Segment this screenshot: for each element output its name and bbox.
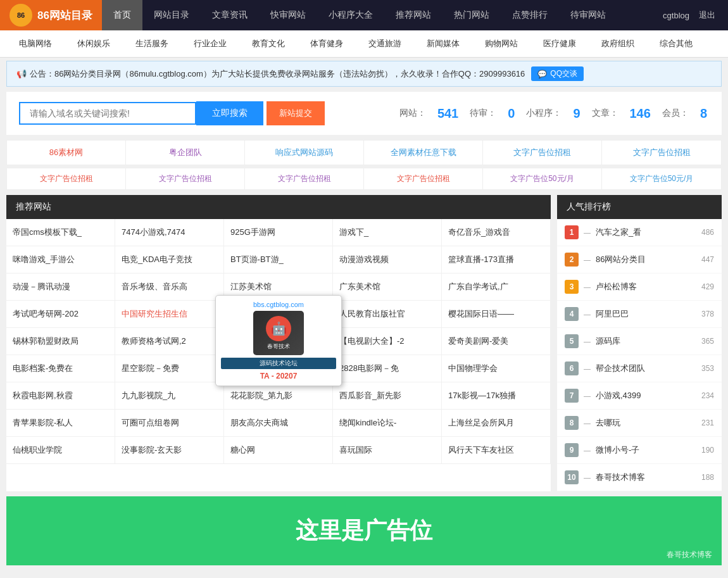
rank-item-2[interactable]: 2 — 86网站分类目 447 bbox=[557, 246, 722, 273]
site-item[interactable]: 925G手游网 bbox=[224, 219, 333, 246]
cat-education[interactable]: 教育文化 bbox=[239, 30, 298, 57]
site-item[interactable]: 教师资格考试网,2 bbox=[115, 328, 224, 355]
category-bar: 电脑网络 休闲娱乐 生活服务 行业企业 教育文化 体育健身 交通旅游 新闻媒体 … bbox=[0, 30, 728, 58]
overlay-site-label: bbs.cgtblog.com bbox=[221, 301, 336, 308]
site-item[interactable]: 帝国cms模板下载_ bbox=[6, 219, 115, 246]
nav-miniapp[interactable]: 小程序大全 bbox=[317, 0, 384, 30]
rank-count-1: 486 bbox=[701, 228, 714, 237]
ad-link-r2-4[interactable]: 文字广告位招租 bbox=[364, 168, 483, 189]
site-item[interactable]: 没事影院-玄天影 bbox=[115, 437, 224, 464]
site-item[interactable]: 电竞_KDA电子竞技 bbox=[115, 246, 224, 273]
ad-link-r2-6[interactable]: 文字广告位50元/月 bbox=[602, 168, 721, 189]
cat-medical[interactable]: 医疗健康 bbox=[530, 30, 589, 57]
site-item-red[interactable]: 中国研究生招生信 bbox=[115, 301, 224, 328]
cat-industry[interactable]: 行业企业 bbox=[181, 30, 239, 57]
rank-item-8[interactable]: 8 — 去哪玩 231 bbox=[557, 410, 722, 437]
site-item[interactable]: 奇亿音乐_游戏音 bbox=[442, 219, 551, 246]
site-item[interactable]: 【电视剧大全】-2 bbox=[333, 328, 442, 355]
site-item[interactable]: 人民教育出版社官 bbox=[333, 301, 442, 328]
site-logo[interactable]: 86 86网站目录 bbox=[0, 0, 102, 30]
site-item[interactable]: 电影档案-免费在 bbox=[6, 355, 115, 382]
site-item[interactable]: 中国物理学会 bbox=[442, 355, 551, 382]
nav-logout[interactable]: 退出 bbox=[699, 9, 715, 21]
site-item[interactable]: 绕闻kindle论坛- bbox=[333, 410, 442, 437]
site-item[interactable]: 秋霞电影网,秋霞 bbox=[6, 382, 115, 410]
site-item[interactable]: 广东自学考试,广 bbox=[442, 273, 551, 301]
ad-link-r2-1[interactable]: 文字广告位招租 bbox=[7, 168, 126, 189]
cat-sports[interactable]: 体育健身 bbox=[298, 30, 356, 57]
site-item[interactable]: 糖心网 bbox=[224, 437, 333, 464]
site-item[interactable]: 上海丝足会所风月 bbox=[442, 410, 551, 437]
site-item[interactable]: BT页游-BT游_ bbox=[224, 246, 333, 273]
rank-count-3: 429 bbox=[701, 282, 714, 291]
site-item[interactable]: 仙桃职业学院 bbox=[6, 437, 115, 464]
rank-item-1[interactable]: 1 — 汽车之家_看 486 bbox=[557, 219, 722, 246]
cat-life[interactable]: 生活服务 bbox=[123, 30, 181, 57]
site-item[interactable]: 广东美术馆 bbox=[333, 273, 442, 301]
site-item[interactable]: 喜玩国际 bbox=[333, 437, 442, 464]
rank-item-10[interactable]: 10 — 春哥技术博客 188 bbox=[557, 464, 722, 491]
site-item[interactable]: 动漫－腾讯动漫 bbox=[6, 273, 115, 301]
rank-item-9[interactable]: 9 — 微博小号-子 190 bbox=[557, 437, 722, 464]
site-item[interactable]: 锡林郭勒盟财政局 bbox=[6, 328, 115, 355]
site-item[interactable]: 花花影院_第九影 bbox=[224, 382, 333, 410]
ad-link-6[interactable]: 文字广告位招租 bbox=[602, 141, 721, 165]
site-item[interactable]: 青苹果影院-私人 bbox=[6, 410, 115, 437]
nav-directory[interactable]: 网站目录 bbox=[142, 0, 201, 30]
notice-icon: 📢 bbox=[16, 69, 27, 79]
nav-user[interactable]: cgtblog bbox=[663, 11, 689, 20]
site-item[interactable]: 樱花国际日语—— bbox=[442, 301, 551, 328]
ad-link-r2-5[interactable]: 文字广告位50元/月 bbox=[483, 168, 602, 189]
rank-item-7[interactable]: 7 — 小游戏,4399 234 bbox=[557, 382, 722, 410]
site-item[interactable]: 风行天下车友社区 bbox=[442, 437, 551, 464]
site-item[interactable]: 咪噜游戏_手游公 bbox=[6, 246, 115, 273]
site-item[interactable]: 2828电影网－免 bbox=[333, 355, 442, 382]
site-item[interactable]: 星空影院－免费 bbox=[115, 355, 224, 382]
search-input[interactable] bbox=[19, 102, 196, 125]
overlay-ta-text: TA - 20207 bbox=[221, 372, 336, 380]
rank-item-5[interactable]: 5 — 源码库 365 bbox=[557, 328, 722, 355]
ad-link-5[interactable]: 文字广告位招租 bbox=[483, 141, 602, 165]
submit-site-button[interactable]: 新站提交 bbox=[267, 101, 325, 125]
nav-articles[interactable]: 文章资讯 bbox=[201, 0, 259, 30]
site-item[interactable]: 可圈可点组卷网 bbox=[115, 410, 224, 437]
nav-recommended[interactable]: 推荐网站 bbox=[384, 0, 442, 30]
rank-item-4[interactable]: 4 — 阿里巴巴 378 bbox=[557, 301, 722, 328]
rank-name-7: 小游戏,4399 bbox=[596, 390, 696, 401]
qq-button[interactable]: 💬 QQ交谈 bbox=[531, 66, 584, 81]
ad-link-r2-3[interactable]: 文字广告位招租 bbox=[245, 168, 364, 189]
site-item[interactable]: 17k影视—17k独播 bbox=[442, 382, 551, 410]
cat-government[interactable]: 政府组织 bbox=[589, 30, 647, 57]
nav-hot[interactable]: 热门网站 bbox=[442, 0, 501, 30]
nav-quickreview[interactable]: 快审网站 bbox=[259, 0, 317, 30]
nav-ranking[interactable]: 点赞排行 bbox=[501, 0, 559, 30]
ad-link-3[interactable]: 响应式网站源码 bbox=[245, 141, 364, 165]
site-item[interactable]: 考试吧考研网-202 bbox=[6, 301, 115, 328]
ad-link-2[interactable]: 粤企团队 bbox=[126, 141, 245, 165]
site-item[interactable]: 爱奇美剧网-爱美 bbox=[442, 328, 551, 355]
cat-news[interactable]: 新闻媒体 bbox=[414, 30, 472, 57]
ad-link-1[interactable]: 86素材网 bbox=[7, 141, 126, 165]
rank-item-6[interactable]: 6 — 帮企技术团队 353 bbox=[557, 355, 722, 382]
ad-link-4[interactable]: 全网素材任意下载 bbox=[364, 141, 483, 165]
cat-computer[interactable]: 电脑网络 bbox=[6, 30, 65, 57]
site-item[interactable]: 音乐考级、音乐高 bbox=[115, 273, 224, 301]
rankings-header: 人气排行榜 bbox=[557, 195, 722, 219]
site-item[interactable]: 朋友高尔夫商城 bbox=[224, 410, 333, 437]
site-item[interactable]: 篮球直播-173直播 bbox=[442, 246, 551, 273]
site-item[interactable]: 动漫游戏视频 bbox=[333, 246, 442, 273]
cat-travel[interactable]: 交通旅游 bbox=[356, 30, 414, 57]
ad-link-r2-2[interactable]: 文字广告位招租 bbox=[126, 168, 245, 189]
cat-entertainment[interactable]: 休闲娱乐 bbox=[65, 30, 123, 57]
site-item[interactable]: 西瓜影音_新先影 bbox=[333, 382, 442, 410]
nav-pending[interactable]: 待审网站 bbox=[559, 0, 617, 30]
site-item[interactable]: 7474小游戏,7474 bbox=[115, 219, 224, 246]
site-item[interactable]: 游戏下_ bbox=[333, 219, 442, 246]
nav-home[interactable]: 首页 bbox=[102, 0, 142, 30]
cat-shopping[interactable]: 购物网站 bbox=[472, 30, 530, 57]
cat-other[interactable]: 综合其他 bbox=[647, 30, 705, 57]
search-button[interactable]: 立即搜索 bbox=[196, 101, 263, 125]
rank-item-3[interactable]: 3 — 卢松松博客 429 bbox=[557, 273, 722, 301]
site-item[interactable]: 九九影视院_九 bbox=[115, 382, 224, 410]
member-stat-count: 8 bbox=[700, 106, 707, 121]
